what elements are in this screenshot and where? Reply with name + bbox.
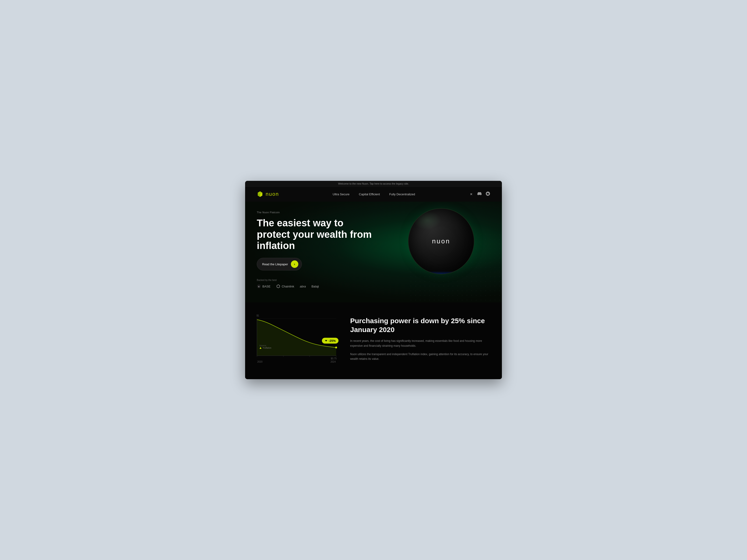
logo-text: nuon — [266, 191, 279, 197]
purchasing-power-section: $1 $0.75 — [245, 302, 502, 379]
chart-source: Source: Truflation — [259, 344, 271, 349]
svg-marker-2 — [277, 285, 280, 288]
section2-desc1: In recent years, the cost of living has … — [350, 339, 490, 348]
chainlink-icon — [276, 284, 280, 288]
discord-icon[interactable] — [477, 192, 482, 197]
announcement-text: Welcome to the new Nuon. Tap here to acc… — [338, 182, 409, 185]
backed-label: Backed by the best — [257, 279, 378, 282]
read-litepaper-button[interactable]: Read the Litepaper › — [257, 258, 302, 270]
chart-source-name: Truflation — [263, 347, 271, 349]
nav-capital-efficient[interactable]: Capital Efficient — [359, 192, 380, 196]
backer-base: B BASE — [257, 284, 271, 288]
navbar: nuon Ultra Secure Capital Efficient Full… — [245, 187, 502, 202]
chart-area: $1 $0.75 — [257, 319, 336, 363]
browser-frame: Welcome to the new Nuon. Tap here to acc… — [245, 181, 502, 379]
backer-chainlink: Chainlink — [276, 284, 294, 288]
percentage-badge: -25% — [322, 338, 338, 344]
nuon-logo-icon — [257, 191, 263, 197]
chart-y-bottom-label: $0.75 — [331, 357, 337, 360]
balaji-label: Balaji — [311, 285, 319, 288]
purchasing-power-text: Purchasing power is down by 25% since Ja… — [350, 316, 490, 365]
nav-links: Ultra Secure Capital Efficient Fully Dec… — [333, 192, 415, 196]
percentage-value: -25% — [329, 339, 336, 343]
hero-subtitle: The Nuon Flatcoin — [257, 211, 378, 214]
nav-fully-decentralized[interactable]: Fully Decentralized — [389, 192, 415, 196]
chart-x-labels: 2020 2024 — [257, 361, 336, 363]
x-label-start: 2020 — [257, 361, 262, 363]
abra-label: abra — [300, 285, 306, 288]
chainlink-label: Chainlink — [282, 285, 294, 288]
announcement-bar[interactable]: Welcome to the new Nuon. Tap here to acc… — [245, 181, 502, 187]
base-icon: B — [257, 284, 261, 288]
chart-container: $1 $0.75 — [257, 319, 336, 356]
hero-coin: nuon — [409, 209, 483, 283]
svg-marker-10 — [325, 340, 327, 341]
nav-ultra-secure[interactable]: Ultra Secure — [333, 192, 350, 196]
svg-point-4 — [335, 347, 337, 348]
svg-text:B: B — [258, 286, 260, 288]
x-twitter-icon[interactable]: ✕ — [469, 192, 473, 196]
cta-arrow-icon: › — [291, 260, 298, 268]
coin-text: nuon — [432, 238, 450, 245]
x-label-end: 2024 — [331, 361, 336, 363]
cta-label: Read the Litepaper — [262, 263, 288, 266]
nav-social-icons: ✕ — [469, 192, 490, 197]
base-label: BASE — [262, 285, 271, 288]
down-arrow-icon — [325, 339, 328, 342]
hero-title: The easiest way to protect your wealth f… — [257, 217, 378, 251]
logo: nuon — [257, 191, 279, 197]
chart-y-top-label: $1 — [257, 314, 259, 317]
backers-list: B BASE Chainlink abra Balaji — [257, 284, 378, 288]
coin-disc: nuon — [409, 209, 474, 274]
svg-marker-9 — [260, 347, 261, 349]
chart-source-label: Source: — [259, 344, 271, 347]
chart-source-logo: Truflation — [259, 347, 271, 349]
section2-desc2: Nuon utilizes the transparent and indepe… — [350, 352, 490, 362]
backer-abra: abra — [300, 285, 306, 288]
purchasing-power-chart — [257, 319, 336, 355]
hero-section: The Nuon Flatcoin The easiest way to pro… — [245, 202, 502, 302]
hero-content: The Nuon Flatcoin The easiest way to pro… — [257, 211, 378, 288]
section2-title: Purchasing power is down by 25% since Ja… — [350, 316, 490, 334]
backer-balaji: Balaji — [311, 285, 319, 288]
telegram-icon[interactable] — [486, 192, 490, 197]
truflation-icon — [259, 347, 262, 349]
